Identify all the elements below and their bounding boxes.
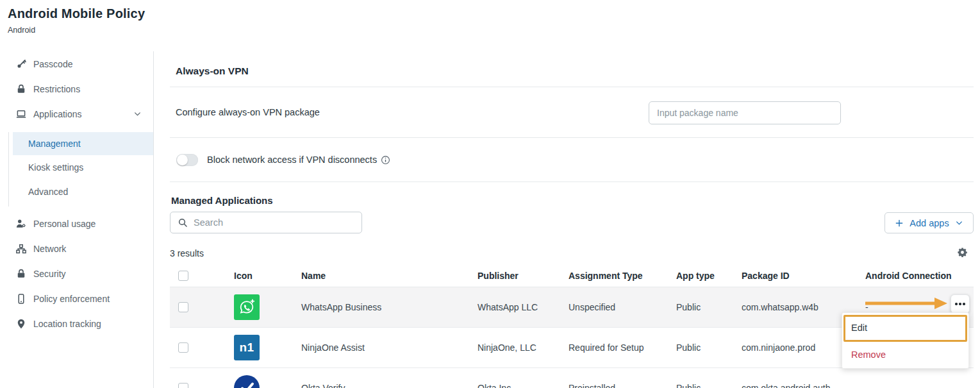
row-context-menu: Edit Remove xyxy=(842,312,969,369)
page-subtitle: Android xyxy=(8,26,980,35)
vpn-package-row: Configure always-on VPN package xyxy=(170,87,974,137)
sidebar: Passcode Restrictions Applications Manag… xyxy=(0,51,154,388)
app-name: Okta Verify xyxy=(295,383,471,388)
sidebar-item-label: Restrictions xyxy=(33,84,80,94)
app-publisher: NinjaOne, LLC xyxy=(471,342,562,353)
app-name: WhatsApp Business xyxy=(295,302,471,312)
row-checkbox[interactable] xyxy=(178,302,188,312)
column-header-app-type: App type xyxy=(670,271,735,281)
sidebar-item-label: Location tracking xyxy=(33,319,101,329)
sidebar-item-network[interactable]: Network xyxy=(0,236,153,261)
app-type: Public xyxy=(670,342,735,353)
laptop-icon xyxy=(15,108,27,120)
smartphone-icon xyxy=(15,293,27,305)
row-checkbox[interactable] xyxy=(178,383,188,388)
column-header-package-id: Package ID xyxy=(735,271,859,281)
package-name-input[interactable] xyxy=(649,101,841,124)
context-menu-edit[interactable]: Edit xyxy=(842,313,968,342)
gear-icon[interactable] xyxy=(957,247,968,258)
app-type: Public xyxy=(670,302,735,312)
toggle-label: Block network access if VPN disconnects xyxy=(207,155,377,165)
managed-apps-toolbar: Add apps xyxy=(170,206,974,243)
person-gear-icon xyxy=(15,218,27,230)
location-pin-icon xyxy=(15,318,27,330)
ninjaone-icon: n1 xyxy=(234,335,260,360)
sidebar-item-management[interactable]: Management xyxy=(13,132,153,155)
results-count: 3 results xyxy=(170,248,204,258)
sidebar-item-restrictions[interactable]: Restrictions xyxy=(0,76,153,101)
sidebar-item-label: Passcode xyxy=(33,59,72,69)
sidebar-item-label: Security xyxy=(33,269,66,279)
app-package-id: com.whatsapp.w4b xyxy=(735,302,859,312)
row-checkbox[interactable] xyxy=(178,342,188,353)
sidebar-item-label: Management xyxy=(28,139,81,149)
network-icon xyxy=(15,243,27,255)
app-assignment: Preinstalled xyxy=(562,383,670,388)
table-header-row: Icon Name Publisher Assignment Type App … xyxy=(170,265,974,287)
sidebar-item-policy-enforcement[interactable]: Policy enforcement xyxy=(0,286,153,311)
add-apps-button[interactable]: Add apps xyxy=(884,212,974,233)
search-input[interactable] xyxy=(194,217,361,228)
chevron-down-icon xyxy=(955,219,963,227)
sidebar-item-label: Advanced xyxy=(28,187,68,197)
subnav-indent-line xyxy=(8,132,9,207)
column-header-publisher: Publisher xyxy=(471,271,562,281)
okta-icon xyxy=(234,375,260,388)
sidebar-item-label: Applications xyxy=(33,109,82,119)
column-header-android-connection: Android Connection xyxy=(859,271,974,281)
search-icon xyxy=(178,217,188,228)
applications-subnav: Management Kiosk settings Advanced xyxy=(0,132,153,204)
sidebar-item-kiosk-settings[interactable]: Kiosk settings xyxy=(0,155,153,180)
column-header-assignment-type: Assignment Type xyxy=(562,271,670,281)
app-name: NinjaOne Assist xyxy=(295,342,471,353)
app-publisher: WhatsApp LLC xyxy=(471,302,562,312)
column-header-icon: Icon xyxy=(228,271,295,281)
whatsapp-business-icon xyxy=(234,294,260,320)
vpn-section-title: Always-on VPN xyxy=(170,51,974,77)
search-box[interactable] xyxy=(170,212,362,233)
sidebar-item-security[interactable]: Security xyxy=(0,261,153,286)
context-menu-remove[interactable]: Remove xyxy=(842,342,968,367)
page-title: Android Mobile Policy xyxy=(8,6,980,21)
info-icon[interactable] xyxy=(381,155,390,165)
sidebar-item-passcode[interactable]: Passcode xyxy=(0,51,153,76)
vpn-disconnect-row: Block network access if VPN disconnects xyxy=(170,138,974,181)
app-publisher: Okta Inc. xyxy=(471,383,562,388)
add-apps-label: Add apps xyxy=(909,218,949,228)
app-connection: - xyxy=(859,383,974,388)
page-header: Android Mobile Policy Android xyxy=(0,0,980,35)
table-row[interactable]: Okta Verify Okta Inc. Preinstalled Publi… xyxy=(170,368,974,388)
results-row: 3 results xyxy=(170,243,974,264)
lock-icon xyxy=(15,83,27,95)
chevron-down-icon xyxy=(133,110,142,118)
column-header-name: Name xyxy=(295,271,471,281)
app-assignment: Required for Setup xyxy=(562,342,670,353)
plus-icon xyxy=(895,219,904,228)
lock-icon xyxy=(15,268,27,280)
app-package-id: com.ninjaone.prod xyxy=(735,342,859,353)
sidebar-item-applications[interactable]: Applications xyxy=(0,101,153,126)
row-actions-button[interactable] xyxy=(951,294,970,314)
sidebar-item-personal-usage[interactable]: Personal usage xyxy=(0,211,153,236)
sidebar-item-advanced[interactable]: Advanced xyxy=(0,180,153,204)
vpn-package-label: Configure always-on VPN package xyxy=(170,107,320,117)
app-package-id: com.okta.android.auth xyxy=(735,383,859,388)
select-all-checkbox[interactable] xyxy=(178,271,188,281)
sidebar-item-label: Network xyxy=(33,244,66,254)
app-type: Public xyxy=(670,383,735,388)
sidebar-item-label: Policy enforcement xyxy=(33,294,110,304)
sidebar-item-label: Kiosk settings xyxy=(28,162,83,173)
sidebar-item-location-tracking[interactable]: Location tracking xyxy=(0,311,153,336)
managed-apps-title: Managed Applications xyxy=(170,182,974,206)
sidebar-item-label: Personal usage xyxy=(33,219,96,229)
app-assignment: Unspecified xyxy=(562,302,670,312)
key-icon xyxy=(15,58,27,70)
block-network-toggle[interactable] xyxy=(176,154,198,166)
